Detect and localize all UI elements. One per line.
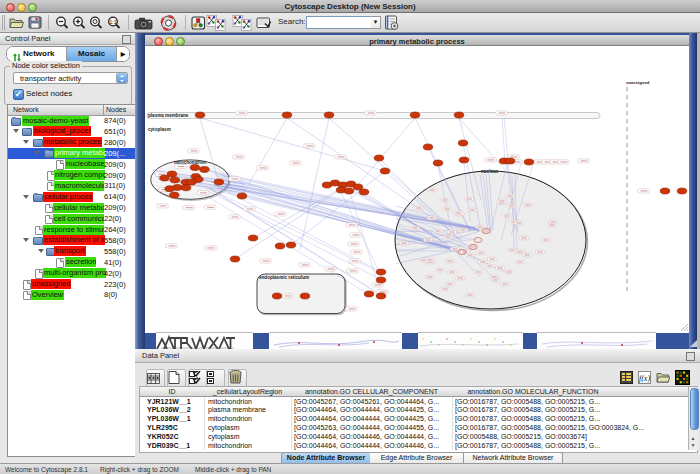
svg-text:unassigned: unassigned bbox=[626, 80, 650, 85]
svg-text:nucleus: nucleus bbox=[481, 169, 499, 174]
svg-text:plasma membrane: plasma membrane bbox=[148, 113, 189, 118]
svg-text:1:1: 1:1 bbox=[110, 19, 117, 25]
svg-text:f(x): f(x) bbox=[639, 374, 650, 383]
svg-text:cytoplasm: cytoplasm bbox=[148, 127, 171, 132]
svg-text:mitochondrion: mitochondrion bbox=[174, 160, 206, 165]
svg-text:endoplasmic reticulum: endoplasmic reticulum bbox=[259, 275, 309, 280]
